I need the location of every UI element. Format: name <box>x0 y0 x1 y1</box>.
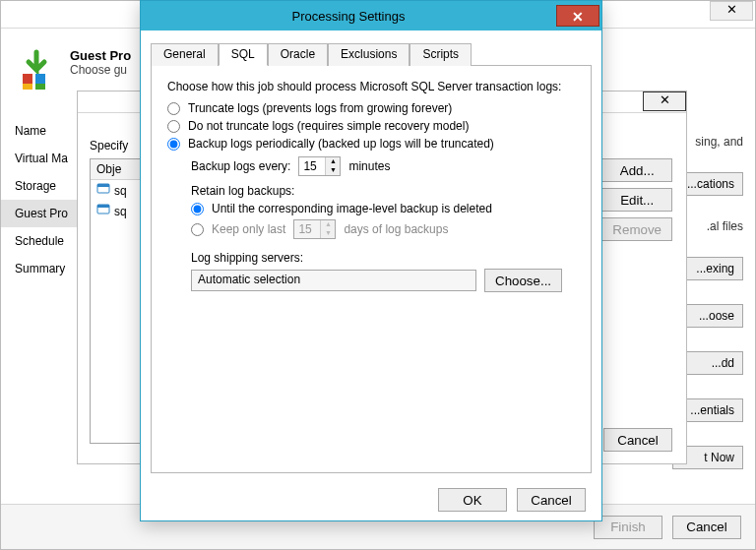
radio-backup-periodic-label: Backup logs periodically (backed up logs… <box>188 137 494 151</box>
radio-retain-keep[interactable]: Keep only last ▲ ▼ days of log backups <box>191 219 575 239</box>
sql-tab-panel: Choose how this job should process Micro… <box>151 66 592 473</box>
radio-retain-keep-label: Keep only last <box>212 222 285 236</box>
vm-icon <box>96 182 110 199</box>
radio-retain-until-input[interactable] <box>191 203 204 215</box>
object-picker-close-button[interactable]: ✕ <box>643 92 686 111</box>
svg-rect-3 <box>35 84 45 90</box>
finish-button[interactable]: Finish <box>594 516 662 539</box>
svg-rect-0 <box>23 74 32 84</box>
svg-rect-7 <box>97 205 109 208</box>
dialog-cancel-button[interactable]: Cancel <box>517 488 586 512</box>
svg-rect-5 <box>97 184 109 187</box>
radio-no-truncate-input[interactable] <box>167 120 180 133</box>
spin-up-icon[interactable]: ▲ <box>326 157 340 166</box>
sql-description: Choose how this job should process Micro… <box>167 80 575 93</box>
log-shipping-value: Automatic selection <box>191 270 476 291</box>
backup-every-label: Backup logs every: <box>191 159 290 173</box>
tab-scripts[interactable]: Scripts <box>410 43 472 66</box>
radio-truncate-input[interactable] <box>167 102 180 115</box>
specify-label: Specify <box>90 139 128 153</box>
dialog-close-button[interactable]: ✕ <box>556 5 599 27</box>
spin-down-icon: ▼ <box>321 229 335 238</box>
tab-exclusions[interactable]: Exclusions <box>328 43 410 66</box>
list-item-label: sq <box>114 205 127 218</box>
object-picker-cancel-button[interactable]: Cancel <box>603 428 672 452</box>
backup-every-spinner[interactable]: ▲ ▼ <box>298 156 341 176</box>
dialog-footer: OK Cancel <box>141 479 601 520</box>
radio-backup-periodic-input[interactable] <box>167 138 180 151</box>
wizard-close-button[interactable]: ✕ <box>710 1 753 21</box>
radio-no-truncate-label: Do not truncate logs (requires simple re… <box>188 119 469 133</box>
tab-general[interactable]: General <box>151 43 219 66</box>
spin-up-icon: ▲ <box>321 220 335 229</box>
choose-button[interactable]: Choose... <box>484 269 562 292</box>
retain-days-spinner: ▲ ▼ <box>293 219 336 239</box>
add-button[interactable]: Add... <box>601 158 672 182</box>
retain-keep-suffix: days of log backups <box>344 222 448 236</box>
radio-no-truncate[interactable]: Do not truncate logs (requires simple re… <box>167 119 575 133</box>
dialog-titlebar: Processing Settings ✕ <box>141 1 601 31</box>
tab-sql[interactable]: SQL <box>219 43 268 66</box>
retain-days-input <box>294 220 320 238</box>
tab-oracle[interactable]: Oracle <box>268 43 328 66</box>
radio-retain-until[interactable]: Until the corresponding image-level back… <box>191 202 575 215</box>
backup-every-unit: minutes <box>348 159 390 173</box>
radio-backup-periodic[interactable]: Backup logs periodically (backed up logs… <box>167 137 575 151</box>
svg-rect-2 <box>23 84 32 90</box>
processing-settings-dialog: Processing Settings ✕ General SQL Oracle… <box>140 0 602 521</box>
retain-label: Retain log backups: <box>191 184 575 198</box>
svg-rect-1 <box>35 74 45 84</box>
wizard-step-icon <box>15 48 58 92</box>
remove-button[interactable]: Remove <box>601 217 672 241</box>
tabstrip: General SQL Oracle Exclusions Scripts <box>151 42 592 66</box>
ok-button[interactable]: OK <box>438 488 507 512</box>
wizard-step-title: Guest Pro <box>70 48 131 63</box>
radio-retain-until-label: Until the corresponding image-level back… <box>212 202 492 215</box>
cancel-button[interactable]: Cancel <box>672 516 741 539</box>
spin-down-icon[interactable]: ▼ <box>326 166 340 175</box>
wizard-step-header: Guest Pro Choose gu <box>15 48 131 92</box>
edit-button[interactable]: Edit... <box>601 188 672 212</box>
log-shipping-label: Log shipping servers: <box>191 251 575 265</box>
radio-truncate[interactable]: Truncate logs (prevents logs from growin… <box>167 101 575 115</box>
dialog-title: Processing Settings <box>141 9 556 24</box>
radio-retain-keep-input[interactable] <box>191 223 204 236</box>
wizard-step-subtitle: Choose gu <box>70 63 131 77</box>
vm-icon <box>96 203 110 219</box>
list-item-label: sq <box>114 184 127 198</box>
backup-every-input[interactable] <box>299 157 325 175</box>
radio-truncate-label: Truncate logs (prevents logs from growin… <box>188 101 452 115</box>
